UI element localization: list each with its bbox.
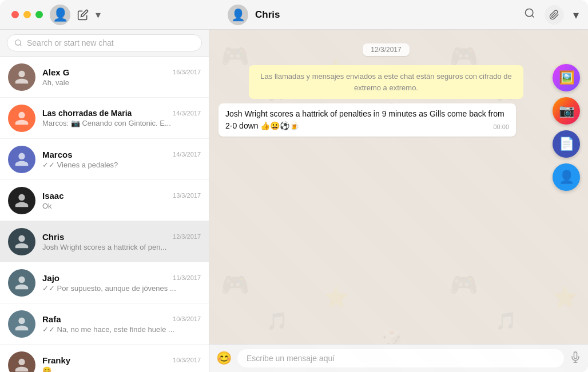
search-icon	[14, 39, 22, 47]
profile-icon: 👤	[53, 7, 68, 22]
message-bubble: Josh Wright scores a hattrick of penalti…	[218, 103, 516, 137]
chat-item-las-chorradas[interactable]: Las chorradas de Maria 14/3/2017 Marcos:…	[0, 98, 209, 139]
chat-name-las-chorradas: Las chorradas de Maria	[42, 109, 132, 118]
maximize-button[interactable]	[35, 11, 43, 18]
message-time: 00:00	[493, 122, 509, 132]
profile-avatar[interactable]: 👤	[50, 5, 70, 25]
svg-point-1	[15, 40, 21, 45]
chat-item-chris[interactable]: Chris 12/3/2017 Josh Wright scores a hat…	[0, 221, 209, 262]
chat-item-rafa[interactable]: Rafa 10/3/2017 ✓✓ Na, no me hace, este f…	[0, 303, 209, 345]
input-area: 😊	[209, 344, 588, 372]
emoji-icon: 😊	[216, 351, 232, 365]
chat-info-alex-g: Alex G 16/3/2017 Ah, vale	[42, 67, 201, 87]
date-badge: 12/3/2017	[363, 43, 409, 56]
message-text: Josh Wright scores a hattrick of penalti…	[225, 109, 504, 130]
chat-date-jajo: 11/3/2017	[173, 274, 201, 281]
avatar-jajo	[8, 269, 35, 297]
menu-dropdown-button[interactable]: ▾	[96, 9, 101, 21]
chat-item-isaac[interactable]: Isaac 13/3/2017 Ok	[0, 180, 209, 221]
chat-preview-alex-g: Ah, vale	[42, 78, 201, 87]
chat-list: Alex G 16/3/2017 Ah, vale Las chorradas …	[0, 57, 209, 372]
chat-date-chris: 12/3/2017	[173, 233, 201, 240]
chevron-down-icon: ▾	[573, 9, 579, 21]
avatar-las-chorradas	[8, 105, 35, 132]
chat-name-alex-g: Alex G	[42, 67, 70, 77]
chat-info-chris: Chris 12/3/2017 Josh Wright scores a hat…	[42, 232, 201, 251]
microphone-button[interactable]	[570, 351, 581, 366]
chat-preview-marcos: ✓✓ Vienes a pedales?	[42, 161, 201, 169]
traffic-lights	[11, 11, 43, 18]
chat-preview-isaac: Ok	[42, 202, 201, 210]
app-container: 👤 ▾ 👤 Chris	[0, 0, 588, 372]
chat-preview-las-chorradas: Marcos: 📷 Cenando con Gintonic. E...	[42, 119, 201, 127]
chat-date-marcos: 14/3/2017	[173, 151, 201, 158]
chat-date-alex-g: 16/3/2017	[173, 69, 201, 75]
attach-button[interactable]	[545, 5, 564, 25]
fab-camera-button[interactable]: 📷	[553, 97, 580, 125]
chat-info-las-chorradas: Las chorradas de Maria 14/3/2017 Marcos:…	[42, 109, 201, 127]
chat-name-marcos: Marcos	[42, 150, 73, 159]
chat-info-franky: Franky 10/3/2017 😊	[42, 355, 201, 373]
chat-date-franky: 10/3/2017	[173, 357, 201, 363]
header-right-icons: ▾	[524, 5, 579, 25]
search-input-wrapper[interactable]	[7, 34, 202, 51]
chat-date-isaac: 13/3/2017	[173, 192, 201, 199]
chat-info-rafa: Rafa 10/3/2017 ✓✓ Na, no me hace, este f…	[42, 314, 201, 334]
avatar-marcos	[8, 146, 35, 173]
avatar-chris	[8, 228, 35, 255]
header-menu-button[interactable]: ▾	[573, 8, 579, 22]
chat-area: 🖼️ 📷 📄 👤 12/3/2017 Las llamadas y mensaj…	[209, 30, 588, 372]
messages-area: 12/3/2017 Las llamadas y mensajes enviad…	[209, 30, 588, 344]
chat-name-franky: Franky	[42, 355, 70, 365]
chat-date-las-chorradas: 14/3/2017	[173, 110, 201, 117]
emoji-button[interactable]: 😊	[216, 351, 232, 366]
chat-item-alex-g[interactable]: Alex G 16/3/2017 Ah, vale	[0, 57, 209, 98]
close-button[interactable]	[11, 11, 19, 18]
fab-photos-button[interactable]: 🖼️	[553, 64, 580, 91]
minimize-button[interactable]	[23, 11, 31, 18]
sidebar: Alex G 16/3/2017 Ah, vale Las chorradas …	[0, 30, 209, 372]
fab-contact-button[interactable]: 👤	[553, 163, 580, 191]
fab-document-button[interactable]: 📄	[553, 130, 580, 158]
title-bar-left: 👤 ▾	[9, 5, 218, 25]
title-bar-right: 👤 Chris ▾	[218, 5, 579, 25]
contact-name-header: Chris	[255, 9, 280, 21]
encryption-notice: Las llamadas y mensajes enviados a este …	[249, 65, 523, 99]
chat-info-isaac: Isaac 13/3/2017 Ok	[42, 191, 201, 210]
search-input[interactable]	[27, 38, 194, 47]
avatar-isaac	[8, 187, 35, 214]
chat-name-chris: Chris	[42, 232, 64, 242]
chat-item-franky[interactable]: Franky 10/3/2017 😊	[0, 345, 209, 372]
chat-item-marcos[interactable]: Marcos 14/3/2017 ✓✓ Vienes a pedales?	[0, 139, 209, 180]
search-chat-button[interactable]	[524, 7, 535, 22]
avatar-rafa	[8, 310, 35, 338]
chat-name-rafa: Rafa	[42, 314, 61, 324]
chevron-down-icon: ▾	[96, 9, 101, 21]
avatar-alex-g	[8, 63, 35, 91]
title-bar: 👤 ▾ 👤 Chris	[0, 0, 588, 30]
chat-preview-jajo: ✓✓ Por supuesto, aunque de jóvenes ...	[42, 284, 201, 293]
chat-info-marcos: Marcos 14/3/2017 ✓✓ Vienes a pedales?	[42, 150, 201, 169]
date-divider: 12/3/2017	[218, 43, 554, 56]
chat-preview-rafa: ✓✓ Na, no me hace, este finde huele ...	[42, 325, 201, 334]
chat-preview-franky: 😊	[42, 366, 201, 373]
chat-name-isaac: Isaac	[42, 191, 64, 201]
search-bar	[0, 30, 209, 57]
chat-item-jajo[interactable]: Jajo 11/3/2017 ✓✓ Por supuesto, aunque d…	[0, 262, 209, 303]
svg-point-0	[526, 9, 533, 17]
chat-preview-chris: Josh Wright scores a hattrick of pen...	[42, 243, 201, 251]
chat-date-rafa: 10/3/2017	[173, 315, 201, 322]
message-input[interactable]	[237, 349, 564, 367]
main-content: Alex G 16/3/2017 Ah, vale Las chorradas …	[0, 30, 588, 372]
chat-name-jajo: Jajo	[42, 273, 59, 283]
new-chat-button[interactable]	[77, 9, 89, 21]
chat-info-jajo: Jajo 11/3/2017 ✓✓ Por supuesto, aunque d…	[42, 273, 201, 293]
contact-avatar-header: 👤	[228, 5, 248, 25]
avatar-franky	[8, 351, 35, 373]
fab-buttons: 🖼️ 📷 📄 👤	[553, 64, 580, 191]
